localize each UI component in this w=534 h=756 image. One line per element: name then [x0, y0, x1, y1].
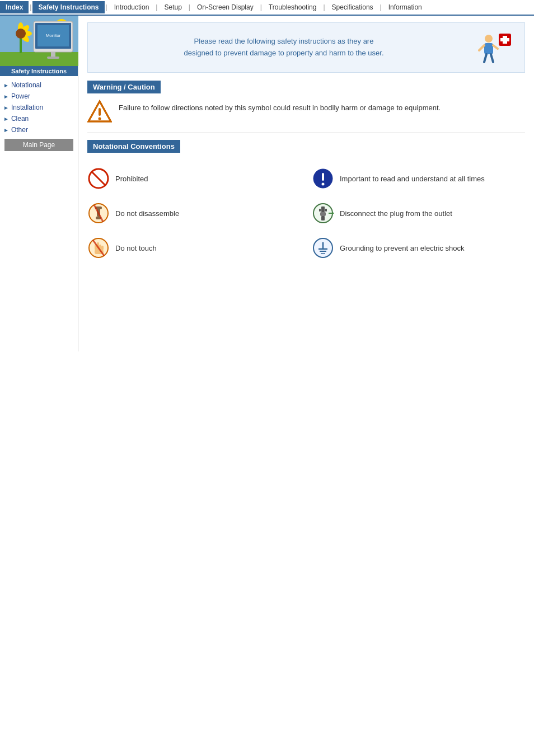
- svg-rect-17: [500, 38, 509, 41]
- disconnect-icon: [312, 202, 334, 224]
- arrow-icon: ►: [3, 93, 9, 100]
- notational-section: Notational Conventions Prohibited: [87, 140, 525, 262]
- safety-icon: [476, 31, 516, 64]
- svg-line-22: [484, 54, 486, 62]
- svg-rect-26: [99, 108, 101, 116]
- arrow-icon: ►: [3, 127, 9, 133]
- svg-point-8: [16, 29, 26, 39]
- convention-disconnect: Disconnect the plug from the outlet: [312, 199, 525, 228]
- svg-point-32: [322, 183, 325, 186]
- prohibited-label: Prohibited: [115, 175, 148, 183]
- main-page-button[interactable]: Main Page: [4, 139, 73, 151]
- grounding-icon: [312, 237, 334, 259]
- warning-box: Failure to follow directions noted by th…: [87, 99, 525, 124]
- svg-line-21: [493, 45, 498, 49]
- nav-troubleshooting[interactable]: Troubleshooting: [263, 1, 322, 13]
- sidebar-item-clean[interactable]: ► Clean: [2, 113, 76, 124]
- nav-introduction[interactable]: Introduction: [109, 1, 155, 13]
- sidebar-image: Monitor: [0, 16, 78, 66]
- important-label: Important to read and understand at all …: [340, 175, 485, 183]
- convention-grounding: Grounding to prevent an electric shock: [312, 233, 525, 262]
- svg-marker-45: [332, 212, 334, 215]
- svg-point-18: [485, 35, 493, 43]
- svg-line-23: [491, 54, 493, 62]
- intro-text: Please read the following safety instruc…: [97, 36, 471, 59]
- svg-rect-39: [321, 206, 325, 212]
- main-content: Please read the following safety instruc…: [78, 16, 534, 351]
- svg-text:Monitor: Monitor: [46, 33, 61, 38]
- no-disassemble-icon: [87, 202, 110, 224]
- notational-header: Notational Conventions: [87, 140, 180, 153]
- svg-rect-43: [325, 209, 327, 212]
- warning-section: Warning / Caution Failure to follow dire…: [87, 81, 525, 124]
- sidebar-item-power[interactable]: ► Power: [2, 91, 76, 102]
- sidebar-label: Safety Instructions: [0, 66, 78, 76]
- nav-safety-instructions[interactable]: Safety Instructions: [32, 1, 104, 13]
- nav-information[interactable]: Information: [383, 1, 428, 13]
- sidebar-nav: ► Notational ► Power ► Installation ► Cl…: [0, 76, 78, 158]
- intro-banner: Please read the following safety instruc…: [87, 22, 525, 73]
- convention-no-touch: Do not touch: [87, 233, 301, 262]
- arrow-icon: ►: [3, 116, 9, 122]
- convention-prohibited: Prohibited: [87, 164, 301, 193]
- sidebar-item-notational[interactable]: ► Notational: [2, 79, 76, 91]
- svg-rect-1: [0, 52, 78, 66]
- svg-rect-50: [101, 246, 104, 250]
- conventions-grid: Prohibited Important to read and underst…: [87, 164, 525, 262]
- svg-rect-42: [319, 209, 321, 212]
- nav-osd[interactable]: On-Screen Display: [191, 1, 259, 13]
- convention-no-disassemble: Do not disassemble: [87, 199, 301, 228]
- nav-index[interactable]: Index: [0, 1, 29, 13]
- warning-triangle-icon: [87, 99, 112, 124]
- nav-setup[interactable]: Setup: [158, 1, 187, 13]
- divider: [87, 133, 525, 133]
- svg-line-20: [479, 45, 484, 50]
- convention-important: Important to read and understand at all …: [312, 164, 525, 193]
- prohibited-icon: [87, 167, 110, 190]
- warning-text: Failure to follow directions noted by th…: [119, 99, 441, 114]
- warning-header: Warning / Caution: [87, 81, 161, 93]
- svg-rect-19: [484, 43, 493, 54]
- svg-rect-31: [322, 173, 324, 181]
- arrow-icon: ►: [3, 105, 9, 111]
- disconnect-label: Disconnect the plug from the outlet: [340, 209, 452, 218]
- no-touch-label: Do not touch: [115, 244, 157, 252]
- important-icon: [312, 167, 334, 190]
- arrow-icon: ►: [3, 82, 9, 88]
- navbar: Index | Safety Instructions | Introducti…: [0, 0, 534, 16]
- no-touch-icon: [87, 237, 110, 259]
- svg-point-27: [99, 118, 101, 120]
- sidebar: Monitor Safety Instructions ► Notational…: [0, 16, 78, 351]
- svg-rect-41: [321, 216, 325, 220]
- sidebar-item-other[interactable]: ► Other: [2, 124, 76, 135]
- svg-rect-40: [320, 212, 326, 216]
- svg-rect-12: [47, 57, 59, 59]
- main-layout: Monitor Safety Instructions ► Notational…: [0, 16, 534, 351]
- grounding-label: Grounding to prevent an electric shock: [340, 244, 465, 252]
- sidebar-item-installation[interactable]: ► Installation: [2, 102, 76, 113]
- nav-specifications[interactable]: Specifications: [326, 1, 379, 13]
- no-disassemble-label: Do not disassemble: [115, 209, 179, 218]
